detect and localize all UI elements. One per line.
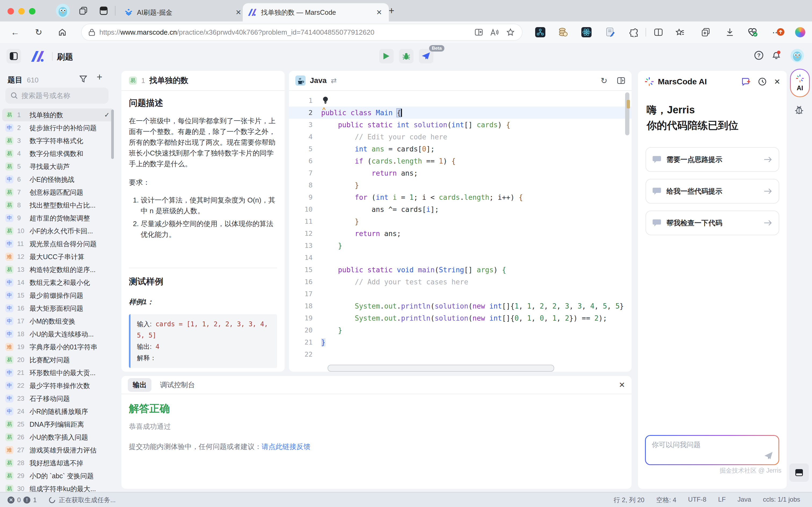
- problem-list-item[interactable]: 中6小E的怪物挑战: [2, 173, 114, 186]
- ai-chat-input[interactable]: 你可以问我问题: [645, 435, 779, 465]
- format-code-icon[interactable]: [617, 76, 625, 84]
- problem-list-item[interactable]: 易26小U的数字插入问题: [2, 431, 114, 444]
- window-zoom-button[interactable]: [29, 8, 36, 14]
- ai-suggestion-card[interactable]: 给我一些代码提示: [645, 179, 779, 204]
- problems-status[interactable]: ✕0 !1: [7, 496, 37, 504]
- status-eol[interactable]: LF: [718, 496, 726, 504]
- problem-list-item[interactable]: 中23石子移动问题: [2, 392, 114, 405]
- problem-list-item[interactable]: 中15最少前缀操作问题: [2, 289, 114, 302]
- filter-button[interactable]: [79, 75, 87, 83]
- help-button[interactable]: ?: [754, 51, 764, 60]
- add-to-collection-icon[interactable]: [699, 26, 712, 39]
- ai-close-icon[interactable]: ✕: [774, 77, 780, 86]
- problem-list-item[interactable]: 易28我好想逃却逃不掉: [2, 456, 114, 469]
- search-box[interactable]: 搜索题号或名称: [5, 88, 109, 104]
- marscode-logo[interactable]: [31, 51, 47, 62]
- problem-list-item[interactable]: 中16最大矩形面积问题: [2, 302, 114, 315]
- problem-list-item[interactable]: 中17小M的数组变换: [2, 315, 114, 328]
- tab-groups-icon[interactable]: [77, 5, 89, 17]
- run-button[interactable]: [379, 49, 394, 63]
- downloads-icon[interactable]: [723, 26, 736, 39]
- problem-list-item[interactable]: 易7创意标题匹配问题: [2, 186, 114, 199]
- problem-list-item[interactable]: 易4数字分组求偶数和: [2, 147, 114, 160]
- address-bar[interactable]: https://www.marscode.cn/practice/x36prwd…: [81, 24, 522, 40]
- code-area[interactable]: 12public class Main {3 public static int…: [289, 95, 632, 363]
- ai-toggle-pill[interactable]: AI: [790, 69, 810, 97]
- split-window-icon[interactable]: [652, 26, 665, 39]
- problem-list-item[interactable]: 难27游戏英雄升级潜力评估: [2, 444, 114, 456]
- home-icon[interactable]: [56, 26, 69, 39]
- new-tab-button[interactable]: +: [386, 5, 397, 17]
- refresh-icon[interactable]: ↻: [32, 26, 45, 39]
- problem-list-item[interactable]: 易29小D的 `abc` 变换问题: [2, 469, 114, 482]
- ai-suggestion-card[interactable]: 帮我检查一下代码: [645, 211, 779, 235]
- user-avatar[interactable]: [791, 49, 804, 62]
- status-spaces[interactable]: 空格: 4: [656, 496, 677, 504]
- notifications-button[interactable]: [771, 50, 781, 60]
- editor-horizontal-scrollbar[interactable]: [328, 365, 554, 372]
- problem-list-item[interactable]: 易8找出整型数组中占比...: [2, 199, 114, 212]
- extension-react-icon[interactable]: [580, 26, 593, 39]
- problem-list-item[interactable]: 难12最大UCC子串计算: [2, 250, 114, 263]
- vertical-tabs-icon[interactable]: [98, 5, 110, 17]
- read-aloud-icon[interactable]: [490, 29, 499, 36]
- problem-list-item[interactable]: 易3数字字符串格式化: [2, 134, 114, 147]
- new-chat-icon[interactable]: [741, 77, 751, 86]
- reset-code-icon[interactable]: ↻: [601, 76, 607, 86]
- debug-sidebar-icon[interactable]: [794, 104, 805, 115]
- window-minimize-button[interactable]: [18, 8, 25, 14]
- history-icon[interactable]: [758, 77, 767, 86]
- problem-list-item[interactable]: 中22最少字符串操作次数: [2, 379, 114, 392]
- copilot-icon[interactable]: [794, 26, 807, 39]
- problem-list-item[interactable]: 易5寻找最大葫芦: [2, 160, 114, 173]
- problem-list-item[interactable]: 易13构造特定数组的逆序...: [2, 263, 114, 276]
- problem-list-item[interactable]: 中11观光景点组合得分问题: [2, 237, 114, 250]
- browser-profile-avatar[interactable]: [56, 4, 70, 18]
- collections-icon[interactable]: [674, 26, 686, 39]
- problem-list-item[interactable]: 中24小R的随机播放顺序: [2, 405, 114, 418]
- window-close-button[interactable]: [7, 8, 14, 14]
- problem-list-item[interactable]: 中2徒步旅行中的补给问题: [2, 121, 114, 134]
- ai-suggestion-card[interactable]: 需要一点思路提示: [645, 147, 779, 172]
- status-language[interactable]: Java: [738, 496, 751, 504]
- extensions-puzzle-icon[interactable]: [627, 26, 640, 39]
- add-problem-button[interactable]: +: [97, 71, 102, 83]
- browser-health-icon[interactable]: [747, 26, 759, 39]
- problem-list-item[interactable]: 易30组成字符串ku的最大...: [2, 482, 114, 492]
- browser-tab-marscode-active[interactable]: 找单独的数 — MarsCode ✕: [243, 3, 389, 21]
- problem-list-item[interactable]: 难19字典序最小的01字符串: [2, 340, 114, 353]
- favorite-star-icon[interactable]: [507, 28, 515, 36]
- feedback-link[interactable]: 请点此链接反馈: [262, 443, 310, 451]
- tab-debug-console[interactable]: 调试控制台: [160, 380, 195, 390]
- browser-menu-update-icon[interactable]: ⋯: [770, 26, 783, 39]
- editor-vertical-scrollbar[interactable]: [625, 92, 629, 363]
- problem-list-item[interactable]: 中18小U的最大连续移动...: [2, 328, 114, 340]
- problem-list-item[interactable]: 易25DNA序列编辑距离: [2, 418, 114, 431]
- language-switch-icon[interactable]: ⇄: [331, 76, 337, 85]
- tab-close-icon[interactable]: ✕: [234, 8, 243, 17]
- sidebar-scrollbar[interactable]: [111, 110, 114, 159]
- tab-output[interactable]: 输出: [128, 378, 152, 392]
- problem-list-item[interactable]: 中14数组元素之和最小化: [2, 276, 114, 289]
- problem-list-item[interactable]: 中9超市里的货物架调整: [2, 212, 114, 225]
- status-ccls[interactable]: ccls: 1/1 jobs: [763, 496, 800, 504]
- problem-list-item[interactable]: 易20比赛配对问题: [2, 353, 114, 366]
- problem-list-item[interactable]: 易1找单独的数✓: [2, 109, 114, 121]
- back-icon[interactable]: ←: [9, 26, 21, 39]
- sidebar-toggle-button[interactable]: [6, 49, 21, 63]
- output-close-icon[interactable]: ✕: [619, 381, 625, 389]
- problem-list-item[interactable]: 易10小F的永久代币卡回...: [2, 225, 114, 237]
- problem-list-item[interactable]: 中21环形数组中的最大贡...: [2, 366, 114, 379]
- status-line-col[interactable]: 行 2, 列 20: [614, 496, 644, 504]
- lightbulb-icon[interactable]: [322, 96, 329, 105]
- extension-coins-icon[interactable]: [557, 26, 569, 39]
- tab-close-icon[interactable]: ✕: [375, 8, 384, 17]
- send-icon[interactable]: [764, 451, 773, 460]
- extension-devtool-icon[interactable]: [534, 26, 547, 39]
- split-screen-add-icon[interactable]: [475, 28, 483, 36]
- extension-notes-icon[interactable]: [603, 26, 617, 39]
- toggle-bottom-panel-button[interactable]: [790, 463, 809, 482]
- debug-button[interactable]: [399, 49, 413, 63]
- status-encoding[interactable]: UTF-8: [688, 496, 706, 504]
- browser-tab-juejin[interactable]: AI刷题-掘金 ✕: [119, 3, 248, 21]
